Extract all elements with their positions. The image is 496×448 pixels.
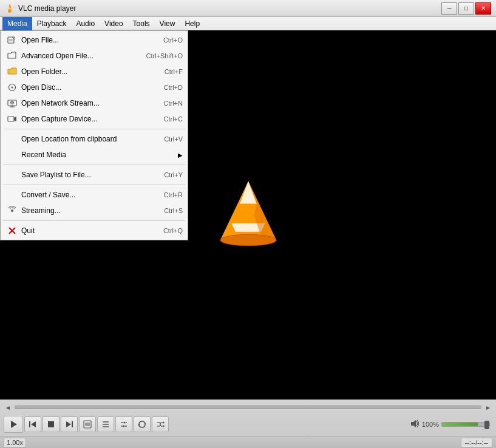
advanced-open-file-icon — [5, 50, 19, 61]
svg-point-42 — [124, 422, 126, 424]
advanced-open-shortcut: Ctrl+Shift+O — [146, 52, 183, 59]
extended-settings-icon — [83, 420, 92, 429]
shuffle-button[interactable] — [152, 416, 169, 432]
next-icon — [65, 421, 73, 428]
speaker-icon — [410, 419, 420, 428]
status-bar: 1.00x --:--/--:-- — [0, 436, 496, 448]
open-disc-label: Open Disc... — [21, 83, 152, 92]
save-playlist-label: Save Playlist to File... — [21, 171, 152, 179]
menu-item-audio[interactable]: Audio — [71, 17, 100, 30]
menu-save-playlist[interactable]: Save Playlist to File... Ctrl+Y — [1, 167, 188, 183]
seek-right-arrow: ► — [484, 404, 492, 411]
svg-marker-33 — [66, 421, 71, 427]
menu-open-location[interactable]: Open Location from clipboard Ctrl+V — [1, 131, 188, 147]
maximize-button[interactable]: □ — [458, 2, 474, 15]
recent-media-arrow: ▶ — [178, 152, 183, 158]
save-playlist-icon — [5, 169, 19, 180]
menu-convert-save[interactable]: Convert / Save... Ctrl+R — [1, 187, 188, 203]
svg-point-45 — [123, 426, 125, 427]
minimize-button[interactable]: ─ — [441, 2, 457, 15]
volume-fill — [442, 423, 478, 426]
volume-area: 100% — [410, 419, 490, 430]
playback-speed: 1.00x — [4, 438, 26, 447]
menu-open-file[interactable]: Open File... Ctrl+O — [1, 32, 188, 48]
separator-3 — [3, 185, 185, 185]
open-file-shortcut: Ctrl+O — [163, 36, 183, 44]
window-controls: ─ □ ✕ — [441, 2, 491, 15]
open-location-shortcut: Ctrl+V — [164, 135, 183, 143]
save-playlist-shortcut: Ctrl+Y — [164, 171, 183, 178]
play-button[interactable] — [4, 416, 23, 433]
svg-rect-29 — [29, 421, 30, 427]
menu-item-media[interactable]: Media — [2, 17, 32, 30]
volume-handle — [484, 421, 489, 429]
prev-button[interactable] — [24, 416, 41, 432]
menu-item-view[interactable]: View — [155, 17, 180, 30]
controls-row: 100% — [0, 413, 496, 435]
menu-advanced-open-file[interactable]: Advanced Open File... Ctrl+Shift+O — [1, 48, 188, 64]
volume-label: 100% — [422, 421, 439, 428]
convert-save-icon — [5, 189, 19, 200]
streaming-icon — [5, 205, 19, 216]
svg-marker-47 — [144, 423, 146, 424]
open-network-label: Open Network Stream... — [21, 99, 152, 107]
svg-point-19 — [11, 209, 13, 212]
next-button[interactable] — [61, 416, 78, 432]
open-file-icon — [5, 35, 19, 46]
volume-bar[interactable] — [441, 422, 490, 427]
menu-item-help[interactable]: Help — [180, 17, 205, 30]
streaming-shortcut: Ctrl+S — [164, 207, 183, 214]
menu-open-network[interactable]: Open Network Stream... Ctrl+N — [1, 95, 188, 111]
svg-marker-28 — [11, 421, 17, 428]
stop-button[interactable] — [42, 416, 59, 432]
svg-marker-57 — [411, 420, 416, 427]
menu-item-playback[interactable]: Playback — [32, 17, 72, 30]
menu-quit[interactable]: Quit Ctrl+Q — [1, 223, 188, 239]
menu-open-capture[interactable]: Open Capture Device... Ctrl+C — [1, 111, 188, 127]
advanced-open-label: Advanced Open File... — [21, 52, 134, 60]
menu-open-folder[interactable]: Open Folder... Ctrl+F — [1, 64, 188, 80]
playlist-button[interactable] — [97, 416, 114, 432]
quit-icon — [5, 225, 19, 236]
svg-marker-23 — [240, 182, 257, 204]
svg-rect-32 — [72, 421, 73, 427]
svg-marker-4 — [12, 37, 15, 39]
svg-point-10 — [12, 87, 13, 89]
seek-left-arrow: ◄ — [4, 404, 12, 411]
menu-item-tools[interactable]: Tools — [128, 17, 155, 30]
menu-streaming[interactable]: Streaming... Ctrl+S — [1, 203, 188, 219]
seek-bar-area: ◄ ► — [0, 400, 496, 413]
svg-marker-8 — [8, 68, 16, 74]
menu-open-disc[interactable]: Open Disc... Ctrl+D — [1, 80, 188, 95]
loop-button[interactable] — [134, 416, 151, 432]
menu-bar: Media Playback Audio Video Tools View He… — [0, 17, 496, 30]
stop-icon — [47, 421, 55, 428]
separator-2 — [3, 165, 185, 165]
media-dropdown: Open File... Ctrl+O Advanced Open File..… — [0, 30, 188, 240]
extended-settings-button[interactable] — [79, 416, 96, 432]
quit-label: Quit — [21, 226, 151, 235]
app-title: VLC media player — [18, 4, 441, 13]
svg-marker-54 — [163, 425, 165, 427]
streaming-label: Streaming... — [21, 206, 152, 215]
seek-bar[interactable] — [15, 406, 481, 409]
svg-marker-51 — [163, 421, 165, 424]
menu-item-video[interactable]: Video — [100, 17, 127, 30]
open-folder-icon — [5, 66, 19, 77]
menu-recent-media[interactable]: Recent Media ▶ — [1, 147, 188, 163]
app-icon — [5, 4, 15, 13]
extended-controls-button[interactable] — [115, 416, 132, 432]
controls-icon — [120, 420, 128, 429]
recent-media-label: Recent Media — [21, 151, 166, 159]
open-capture-icon — [5, 114, 19, 124]
open-disc-icon — [5, 82, 19, 93]
open-folder-label: Open Folder... — [21, 67, 152, 76]
close-button[interactable]: ✕ — [475, 2, 491, 15]
open-location-label: Open Location from clipboard — [21, 135, 152, 143]
svg-marker-48 — [138, 424, 140, 426]
play-icon — [9, 420, 18, 429]
quit-shortcut: Ctrl+Q — [163, 227, 183, 234]
shuffle-icon — [156, 420, 165, 429]
playlist-icon — [101, 420, 110, 429]
volume-icon[interactable] — [410, 419, 420, 430]
